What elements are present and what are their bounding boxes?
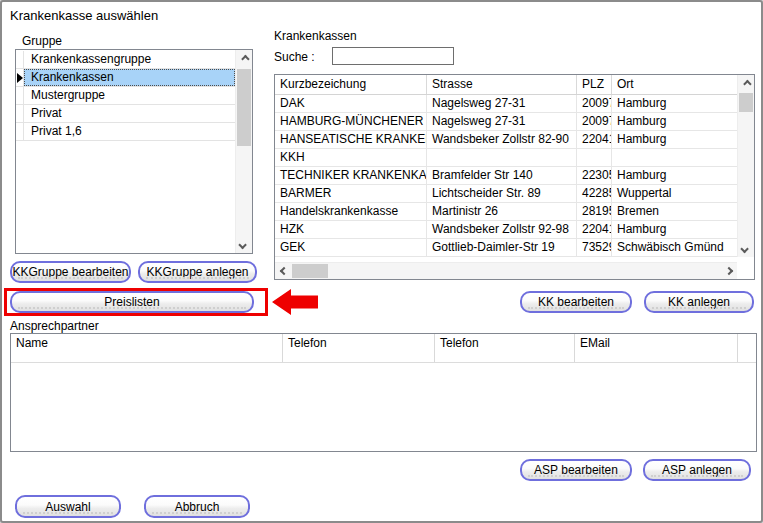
table-cell: [577, 149, 612, 166]
table-cell: DAK: [275, 95, 427, 112]
chevron-right-icon: [724, 267, 732, 275]
table-row[interactable]: TECHNIKER KRANKENKASBramfelder Str 14022…: [275, 167, 754, 185]
search-input[interactable]: [332, 47, 454, 65]
column-header-strasse[interactable]: Strasse: [427, 75, 577, 94]
krankenkasse-auswaehlen-dialog: Krankenkasse auswählen Gruppe Krankenkas…: [0, 0, 763, 523]
scrollbar-thumb[interactable]: [739, 93, 753, 112]
asp-anlegen-button[interactable]: ASP anlegen: [643, 459, 751, 481]
ansprechpartner-label: Ansprechpartner: [10, 319, 99, 333]
table-cell: Handelskrankenkasse: [275, 203, 427, 220]
table-cell: 73529: [577, 239, 612, 256]
gruppe-listbox: KrankenkassengruppeKrankenkassenMustergr…: [15, 49, 253, 254]
column-header-plz[interactable]: PLZ: [577, 75, 612, 94]
scroll-down-button[interactable]: [738, 240, 754, 257]
scroll-down-button[interactable]: [236, 236, 252, 253]
row-selector-gutter: [16, 51, 24, 68]
kkgruppe-anlegen-button[interactable]: KKGruppe anlegen: [138, 261, 257, 283]
kk-horizontal-scrollbar[interactable]: [275, 262, 737, 279]
table-cell: Bramfelder Str 140: [427, 167, 577, 184]
table-row[interactable]: HZKWandsbeker Zollstr 92-9822041Hamburg: [275, 221, 754, 239]
table-cell: Wuppertal: [612, 185, 737, 202]
gruppe-list-item[interactable]: Krankenkassen: [16, 69, 235, 87]
kk-table-body: DAKNagelsweg 27-3120097HamburgHAMBURG-MÜ…: [275, 95, 754, 257]
kkgruppe-bearbeiten-button[interactable]: KKGruppe bearbeiten: [10, 261, 131, 283]
chevron-up-icon: [743, 79, 751, 87]
column-header-spacer: [738, 334, 756, 362]
table-cell: BARMER: [275, 185, 427, 202]
chevron-up-icon: [241, 54, 249, 62]
table-row[interactable]: KKH: [275, 149, 754, 167]
kk-table: Kurzbezeichung Strasse PLZ Ort DAKNagels…: [274, 74, 755, 280]
table-cell: Bremen: [612, 203, 737, 220]
table-row[interactable]: HAMBURG-MÜNCHENER ERNagelsweg 27-3120097…: [275, 113, 754, 131]
gruppe-list: KrankenkassengruppeKrankenkassenMustergr…: [16, 51, 235, 141]
table-cell: HAMBURG-MÜNCHENER ER: [275, 113, 427, 130]
gruppe-item-label: Privat 1,6: [24, 123, 235, 140]
asp-bearbeiten-button[interactable]: ASP bearbeiten: [520, 459, 632, 481]
table-cell: Nagelsweg 27-31: [427, 113, 577, 130]
row-selector-gutter: [16, 87, 24, 104]
scrollbar-thumb[interactable]: [237, 69, 251, 146]
table-cell: TECHNIKER KRANKENKAS: [275, 167, 427, 184]
table-cell: Gottlieb-Daimler-Str 19: [427, 239, 577, 256]
gruppe-scrollbar[interactable]: [235, 50, 252, 253]
asp-table-header: Name Telefon Telefon EMail: [11, 334, 756, 363]
table-cell: GEK: [275, 239, 427, 256]
abbruch-button[interactable]: Abbruch: [144, 495, 250, 518]
auswahl-button[interactable]: Auswahl: [15, 495, 121, 518]
kk-table-header: Kurzbezeichung Strasse PLZ Ort: [275, 75, 754, 95]
kk-bearbeiten-button[interactable]: KK bearbeiten: [520, 291, 632, 313]
row-selector-gutter: [16, 69, 24, 86]
table-row[interactable]: HANSEATISCHE KRANKENWandsbeker Zollstr 8…: [275, 131, 754, 149]
table-cell: [612, 149, 737, 166]
table-cell: 22041: [577, 221, 612, 238]
table-cell: 28195: [577, 203, 612, 220]
table-cell: 22305: [577, 167, 612, 184]
table-cell: HZK: [275, 221, 427, 238]
preislisten-button[interactable]: Preislisten: [10, 291, 254, 313]
table-row[interactable]: HandelskrankenkasseMartinistr 2628195Bre…: [275, 203, 754, 221]
gruppe-item-label: Krankenkassen: [24, 69, 235, 86]
gruppe-list-item[interactable]: Krankenkassengruppe: [16, 51, 235, 69]
table-cell: 22041: [577, 131, 612, 148]
suche-label: Suche :: [274, 50, 315, 64]
table-cell: Hamburg: [612, 113, 737, 130]
table-cell: Hamburg: [612, 167, 737, 184]
table-cell: [427, 149, 577, 166]
gruppe-list-item[interactable]: Privat: [16, 105, 235, 123]
table-cell: Nagelsweg 27-31: [427, 95, 577, 112]
gruppe-item-label: Mustergruppe: [24, 87, 235, 104]
table-cell: Lichtscheider Str. 89: [427, 185, 577, 202]
asp-table: Name Telefon Telefon EMail: [10, 333, 757, 452]
scroll-up-button[interactable]: [738, 75, 754, 92]
gruppe-list-item[interactable]: Privat 1,6: [16, 123, 235, 141]
table-cell: KKH: [275, 149, 427, 166]
table-cell: 20097: [577, 113, 612, 130]
page-title: Krankenkasse auswählen: [10, 8, 158, 23]
table-cell: Wandsbeker Zollstr 82-90: [427, 131, 577, 148]
table-row[interactable]: DAKNagelsweg 27-3120097Hamburg: [275, 95, 754, 113]
column-header-name[interactable]: Name: [11, 334, 283, 362]
kk-anlegen-button[interactable]: KK anlegen: [644, 291, 754, 313]
table-row[interactable]: GEKGottlieb-Daimler-Str 1973529Schwäbisc…: [275, 239, 754, 257]
kk-vertical-scrollbar[interactable]: [737, 75, 754, 257]
scroll-left-button[interactable]: [275, 263, 292, 279]
table-cell: 42285: [577, 185, 612, 202]
table-cell: Hamburg: [612, 131, 737, 148]
scroll-up-button[interactable]: [236, 50, 252, 67]
scroll-right-button[interactable]: [720, 263, 737, 279]
column-header-ort[interactable]: Ort: [612, 75, 737, 94]
red-arrow-icon: [271, 287, 319, 317]
table-row[interactable]: BARMERLichtscheider Str. 8942285Wupperta…: [275, 185, 754, 203]
table-cell: Hamburg: [612, 95, 737, 112]
column-header-telefon-2[interactable]: Telefon: [435, 334, 575, 362]
gruppe-list-item[interactable]: Mustergruppe: [16, 87, 235, 105]
chevron-down-icon: [740, 244, 748, 252]
scrollbar-thumb[interactable]: [292, 264, 328, 278]
gruppe-label: Gruppe: [22, 34, 62, 48]
chevron-left-icon: [279, 267, 287, 275]
chevron-down-icon: [238, 240, 246, 248]
column-header-email[interactable]: EMail: [575, 334, 738, 362]
column-header-telefon-1[interactable]: Telefon: [283, 334, 435, 362]
column-header-kurzbezeichung[interactable]: Kurzbezeichung: [275, 75, 427, 94]
